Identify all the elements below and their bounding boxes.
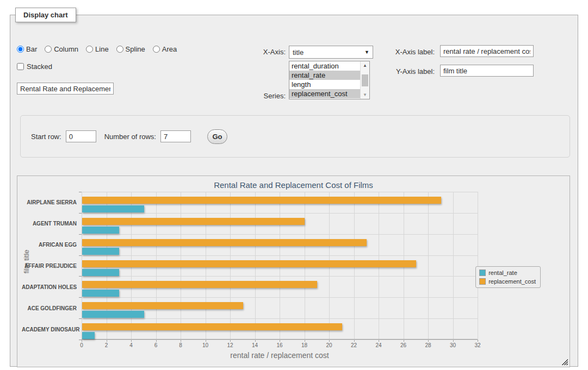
series-options: rental_durationrental_ratelengthreplacem…	[289, 61, 360, 99]
category-label: AIRPLANE SIERRA	[22, 199, 82, 205]
bar-rental_rate[interactable]	[82, 205, 144, 212]
category-label: ACADEMY DINOSAUR	[22, 327, 82, 333]
chart-title-input[interactable]	[17, 83, 114, 95]
chart-type-label[interactable]: Line	[95, 45, 109, 53]
plot-area: AIRPLANE SIERRAAGENT TRUMANAFRICAN EGGAF…	[82, 192, 478, 340]
panel-title: Display chart	[15, 8, 76, 22]
num-rows-input[interactable]	[160, 130, 191, 142]
resize-handle-icon[interactable]	[562, 359, 568, 365]
num-rows-label: Number of rows:	[104, 133, 156, 141]
x-axis-tick-label: 16	[276, 342, 282, 348]
bar-rental_rate[interactable]	[82, 311, 144, 318]
bar-rental_rate[interactable]	[82, 269, 119, 276]
x-axis-label-input[interactable]	[440, 45, 534, 57]
x-axis-tick-label: 24	[375, 342, 381, 348]
legend-swatch-rental-rate	[479, 269, 486, 276]
stacked-row: Stacked	[17, 62, 52, 71]
bar-rental_rate[interactable]	[82, 248, 119, 255]
y-axis-tick	[79, 276, 82, 277]
stacked-checkbox[interactable]	[17, 63, 24, 70]
chart-type-radio-column[interactable]	[45, 46, 52, 53]
x-axis-tick-label: 10	[202, 342, 208, 348]
category-label: AGENT TRUMAN	[22, 221, 82, 227]
legend-label: replacement_cost	[488, 278, 536, 285]
category-label: ACE GOLDFINGER	[22, 305, 82, 311]
start-row-input[interactable]	[66, 130, 96, 142]
bar-replacement_cost[interactable]	[82, 281, 317, 288]
chart-type-radio-group: BarColumnLineSplineArea	[17, 45, 182, 53]
gridline-horizontal	[82, 192, 478, 192]
y-axis-tick	[79, 297, 82, 298]
bar-replacement_cost[interactable]	[82, 323, 342, 330]
x-axis-tick-labels: 02468101214161820222426283032	[82, 342, 478, 349]
chart-title: Rental Rate and Replacement Cost of Film…	[17, 180, 570, 190]
series-option-rental_rate[interactable]: rental_rate	[289, 71, 360, 80]
y-axis-tick	[79, 234, 82, 235]
row-range-panel: Start row: Number of rows: Go	[20, 115, 570, 158]
series-select-label: Series:	[242, 92, 286, 100]
x-axis-tick-label: 22	[351, 342, 357, 348]
bar-rental_rate[interactable]	[82, 290, 119, 297]
chart-type-label[interactable]: Area	[162, 45, 177, 53]
bar-replacement_cost[interactable]	[82, 239, 367, 246]
x-axis-label-field-label: X-Axis label:	[353, 48, 435, 56]
x-axis-select-label: X-Axis:	[242, 48, 286, 56]
series-option-replacement_cost[interactable]: replacement_cost	[289, 89, 360, 98]
gridline-vertical	[478, 192, 478, 339]
y-axis-tick	[79, 213, 82, 214]
x-axis-selected-value: title	[293, 48, 304, 57]
x-axis-tick-label: 12	[227, 342, 233, 348]
gridline-horizontal	[82, 255, 478, 256]
category-label: AFRICAN EGG	[22, 242, 82, 248]
bar-rental_rate[interactable]	[82, 227, 119, 234]
y-axis-label-input[interactable]	[440, 65, 534, 77]
bar-rental_rate[interactable]	[82, 332, 95, 339]
x-axis-tick-label: 26	[400, 342, 406, 348]
y-axis-label-field-label: Y-Axis label:	[353, 67, 435, 76]
legend-label: rental_rate	[488, 269, 517, 276]
bar-replacement_cost[interactable]	[82, 197, 441, 204]
gridline-horizontal	[82, 318, 478, 319]
display-chart-panel: Display chart BarColumnLineSplineArea St…	[10, 8, 578, 367]
chart-type-radio-spline[interactable]	[116, 46, 123, 53]
gridline-horizontal	[82, 340, 478, 340]
category-label: AFFAIR PREJUDICE	[22, 263, 82, 269]
series-multiselect[interactable]: rental_durationrental_ratelengthreplacem…	[289, 61, 370, 99]
chart-type-label[interactable]: Spline	[126, 45, 145, 53]
x-axis-tick	[478, 340, 478, 342]
go-button[interactable]: Go	[207, 129, 227, 144]
legend-item[interactable]: rental_rate	[479, 269, 536, 276]
chart-type-label[interactable]: Bar	[26, 45, 37, 53]
scroll-down-icon[interactable]: ▼	[361, 91, 369, 99]
bar-replacement_cost[interactable]	[82, 302, 243, 309]
x-axis-title: rental rate / replacement cost	[82, 351, 478, 360]
x-axis-tick-label: 6	[154, 342, 158, 348]
chart-type-radio-bar[interactable]	[17, 46, 24, 53]
gridline-horizontal	[82, 297, 478, 298]
x-axis-tick-label: 28	[425, 342, 431, 348]
chart-container: Rental Rate and Replacement Cost of Film…	[17, 175, 570, 367]
series-option-length[interactable]: length	[289, 80, 360, 89]
chart-type-radio-line[interactable]	[86, 46, 93, 53]
scrollbar-thumb[interactable]	[362, 74, 368, 86]
x-axis-tick-label: 0	[80, 342, 83, 348]
bar-replacement_cost[interactable]	[82, 260, 416, 267]
chart-type-radio-area[interactable]	[153, 46, 160, 53]
x-axis-tick-label: 30	[450, 342, 456, 348]
start-row-label: Start row:	[31, 133, 61, 141]
x-axis-tick-label: 8	[179, 342, 182, 348]
bar-replacement_cost[interactable]	[82, 218, 305, 225]
x-axis-tick-label: 2	[105, 342, 108, 348]
y-axis-tick	[79, 318, 82, 319]
legend-item[interactable]: replacement_cost	[479, 278, 536, 285]
category-label: ADAPTATION HOLES	[22, 284, 82, 290]
x-axis-tick-label: 20	[326, 342, 332, 348]
gridline-vertical	[428, 192, 429, 339]
chart-type-label[interactable]: Column	[54, 45, 78, 53]
y-axis-tick	[79, 192, 82, 192]
series-option-rental_duration[interactable]: rental_duration	[289, 61, 360, 71]
x-axis-tick-label: 32	[474, 342, 480, 348]
stacked-label: Stacked	[27, 62, 52, 71]
chart-legend[interactable]: rental_rate replacement_cost	[475, 266, 541, 288]
x-axis-tick-label: 4	[129, 342, 133, 348]
